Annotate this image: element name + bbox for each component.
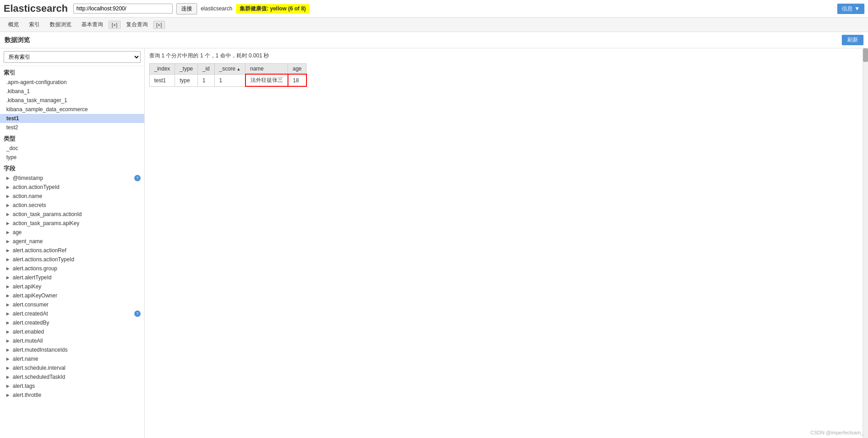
field-item[interactable]: ▶alert.scheduledTaskId [0, 372, 144, 381]
field-arrow-icon: ▶ [6, 248, 11, 253]
field-name-label: alert.consumer [13, 301, 141, 308]
field-arrow-icon: ▶ [6, 284, 11, 289]
table-cell: test1 [150, 74, 175, 86]
query-info: 查询 1 个分片中用的 1 个，1 命中，耗时 0.001 秒 [149, 52, 858, 60]
field-arrow-icon: ▶ [6, 348, 11, 352]
field-item[interactable]: ▶@timestamp? [0, 174, 144, 183]
field-item[interactable]: ▶action.secrets [0, 201, 144, 210]
table-header-cell[interactable]: age [288, 64, 307, 75]
table-header-cell[interactable]: _index [150, 64, 175, 75]
field-name-label: alert.tags [13, 383, 141, 389]
type-item[interactable]: type [0, 153, 144, 162]
field-arrow-icon: ▶ [6, 393, 11, 397]
right-scrollbar-thumb[interactable] [863, 48, 868, 62]
field-arrow-icon: ▶ [6, 384, 11, 388]
field-name-label: alert.enabled [13, 329, 141, 335]
table-header-cell[interactable]: _id [198, 64, 214, 75]
table-body: test1type11法外狂徒张三18 [150, 74, 307, 86]
field-item[interactable]: ▶alert.throttle [0, 391, 144, 400]
field-item[interactable]: ▶alert.apiKey [0, 282, 144, 291]
field-name-label: alert.actions.actionRef [13, 247, 141, 254]
field-item[interactable]: ▶alert.consumer [0, 300, 144, 309]
tab-basic-query-add[interactable]: [+] [108, 21, 121, 29]
table-header-cell[interactable]: _score [214, 64, 245, 75]
connect-button[interactable]: 连接 [176, 3, 197, 14]
field-arrow-icon: ▶ [6, 320, 11, 325]
info-button[interactable]: 信息 ▼ [837, 4, 864, 14]
index-item[interactable]: kibana_sample_data_ecommerce [0, 105, 144, 114]
field-name-label: action_task_params.actionId [13, 211, 141, 217]
info-btn-label: 信息 [842, 5, 853, 13]
field-arrow-icon: ▶ [6, 366, 11, 370]
field-arrow-icon: ▶ [6, 302, 11, 307]
field-item[interactable]: ▶alert.createdAt? [0, 309, 144, 318]
field-arrow-icon: ▶ [6, 339, 11, 343]
field-item[interactable]: ▶alert.name [0, 354, 144, 363]
index-item[interactable]: .kibana_1 [0, 87, 144, 96]
field-arrow-icon: ▶ [6, 257, 11, 262]
field-name-label: alert.scheduledTaskId [13, 374, 141, 380]
index-item[interactable]: test1 [0, 114, 144, 123]
field-item[interactable]: ▶alert.enabled [0, 327, 144, 336]
info-btn-arrow: ▼ [854, 5, 860, 12]
field-name-label: alert.muteAll [13, 338, 141, 344]
index-item[interactable]: .apm-agent-configuration [0, 78, 144, 87]
table-cell: type [175, 74, 198, 86]
field-item[interactable]: ▶agent_name [0, 237, 144, 246]
field-item[interactable]: ▶action.actionTypeId [0, 183, 144, 192]
table-cell: 18 [288, 74, 307, 86]
types-list: _doctype [0, 144, 144, 162]
app-title: Elasticsearch [4, 3, 68, 14]
content-area: 查询 1 个分片中用的 1 个，1 命中，耗时 0.001 秒 _index_t… [145, 48, 863, 438]
page-title: 数据浏览 [5, 36, 30, 44]
fields-list: ▶@timestamp?▶action.actionTypeId▶action.… [0, 174, 144, 400]
field-item[interactable]: ▶alert.tags [0, 381, 144, 391]
field-name-label: alert.throttle [13, 392, 141, 398]
field-item[interactable]: ▶action.name [0, 192, 144, 201]
tab-complex-query-add[interactable]: [+] [153, 21, 165, 29]
field-item[interactable]: ▶alert.actions.actionRef [0, 246, 144, 255]
url-input[interactable] [73, 4, 173, 14]
field-item[interactable]: ▶action_task_params.apiKey [0, 219, 144, 228]
index-item[interactable]: .kibana_task_manager_1 [0, 96, 144, 105]
tab-complex-query[interactable]: 复合查询 [122, 19, 152, 30]
cluster-name: elasticsearch [201, 5, 232, 12]
field-item[interactable]: ▶alert.alertTypeId [0, 273, 144, 282]
field-name-label: action.secrets [13, 202, 141, 208]
field-item[interactable]: ▶alert.schedule.interval [0, 363, 144, 372]
field-item[interactable]: ▶age [0, 228, 144, 237]
field-name-label: alert.mutedInstanceIds [13, 347, 141, 353]
tab-index[interactable]: 索引 [24, 19, 44, 30]
index-select[interactable]: 所有索引 [4, 51, 141, 63]
field-item[interactable]: ▶action_task_params.actionId [0, 210, 144, 219]
fields-section-header: 字段 [0, 162, 144, 174]
table-row: test1type11法外狂徒张三18 [150, 74, 307, 86]
field-name-label: alert.actions.actionTypeId [13, 256, 141, 263]
field-item[interactable]: ▶alert.apiKeyOwner [0, 291, 144, 300]
field-name-label: alert.createdAt [13, 311, 132, 317]
field-arrow-icon: ▶ [6, 230, 11, 235]
table-header-cell[interactable]: name [245, 64, 288, 75]
tab-overview[interactable]: 概览 [4, 19, 24, 30]
type-item[interactable]: _doc [0, 144, 144, 153]
field-item[interactable]: ▶alert.actions.actionTypeId [0, 255, 144, 264]
field-arrow-icon: ▶ [6, 293, 11, 298]
index-item[interactable]: test2 [0, 123, 144, 132]
field-name-label: age [13, 229, 141, 235]
field-arrow-icon: ▶ [6, 357, 11, 361]
field-item[interactable]: ▶alert.createdBy [0, 318, 144, 327]
field-arrow-icon: ▶ [6, 239, 11, 244]
field-item[interactable]: ▶alert.muteAll [0, 336, 144, 345]
field-name-label: alert.name [13, 356, 141, 362]
right-scrollbar[interactable] [863, 48, 868, 438]
refresh-button[interactable]: 刷新 [842, 35, 863, 45]
tab-basic-query[interactable]: 基本查询 [77, 19, 108, 30]
tab-data-browse[interactable]: 数据浏览 [45, 19, 76, 30]
field-arrow-icon: ▶ [6, 194, 11, 198]
field-name-label: action.name [13, 193, 141, 199]
field-arrow-icon: ▶ [6, 212, 11, 217]
field-name-label: alert.createdBy [13, 320, 141, 326]
field-item[interactable]: ▶alert.actions.group [0, 264, 144, 273]
field-item[interactable]: ▶alert.mutedInstanceIds [0, 345, 144, 354]
table-header-cell[interactable]: _type [175, 64, 198, 75]
